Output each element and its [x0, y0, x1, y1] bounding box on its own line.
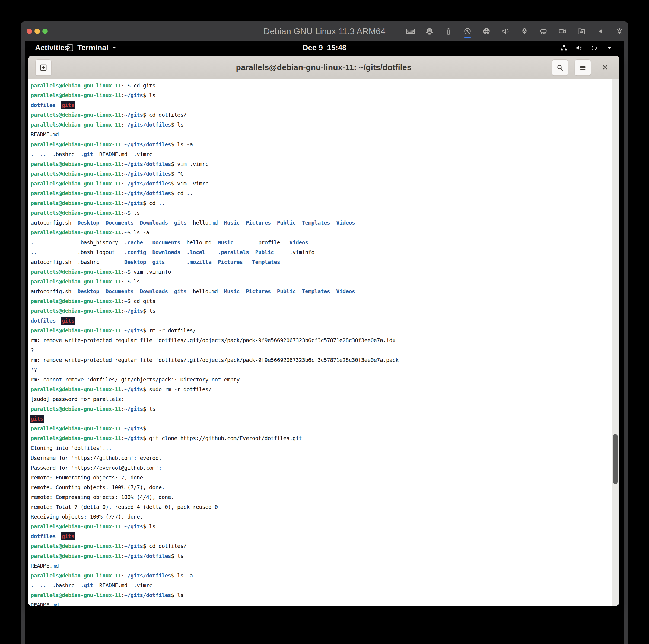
terminal-line: parallels@debian-gnu-linux-11:~$ ls	[31, 208, 610, 218]
keyboard-icon[interactable]	[406, 27, 415, 36]
terminal-line: . .bash_history .cache Documents hello.m…	[31, 238, 610, 247]
terminal-line: gits	[31, 414, 610, 424]
terminal-title: parallels@debian-gnu-linux-11: ~/gits/do…	[28, 56, 619, 79]
titlebar-status-icons	[406, 21, 624, 41]
terminal-line: dotfiles gits	[31, 316, 610, 326]
terminal-line: ?	[31, 345, 610, 355]
search-button[interactable]	[552, 59, 568, 76]
chevron-down-icon[interactable]	[605, 44, 613, 52]
terminal-line: README.md	[31, 600, 610, 606]
terminal-line: parallels@debian-gnu-linux-11:~$ vim .vi…	[31, 267, 610, 277]
play-icon[interactable]	[596, 27, 605, 36]
terminal-line: parallels@debian-gnu-linux-11:~/gits/dot…	[31, 159, 610, 169]
microphone-icon[interactable]	[520, 27, 529, 36]
terminal-line: parallels@debian-gnu-linux-11:~/gits$ gi…	[31, 433, 610, 443]
terminal-line: parallels@debian-gnu-linux-11:~/gits$	[31, 424, 610, 433]
terminal-line: Cloning into 'dotfiles'...	[31, 443, 610, 453]
terminal-line: [sudo] password for parallels:	[31, 394, 610, 404]
terminal-line: parallels@debian-gnu-linux-11:~/gits/dot…	[31, 571, 610, 580]
terminal-window: parallels@debian-gnu-linux-11: ~/gits/do…	[28, 56, 619, 606]
shared-folder-icon[interactable]	[577, 27, 586, 36]
terminal-line: parallels@debian-gnu-linux-11:~/gits$ rm…	[31, 326, 610, 335]
terminal-line: parallels@debian-gnu-linux-11:~/gits/dot…	[31, 120, 610, 129]
terminal-line: parallels@debian-gnu-linux-11:~/gits$ cd…	[31, 198, 610, 208]
terminal-line: Receiving objects: 100% (7/7), done.	[31, 512, 610, 522]
terminal-line: parallels@debian-gnu-linux-11:~/gits$ ls	[31, 404, 610, 414]
terminal-line: parallels@debian-gnu-linux-11:~/gits$ ls	[31, 522, 610, 531]
terminal-line: parallels@debian-gnu-linux-11:~/gits/dot…	[31, 590, 610, 600]
terminal-line: rm: cannot remove 'dotfiles/.git/objects…	[31, 375, 610, 385]
scrollbar-thumb[interactable]	[613, 434, 617, 484]
terminal-line: rm: remove write-protected regular file …	[31, 355, 610, 365]
terminal-line: parallels@debian-gnu-linux-11:~$ cd gits	[31, 296, 610, 306]
terminal-line: . .. .bashrc .git README.md .vimrc	[31, 149, 610, 159]
network-wired-icon[interactable]	[560, 44, 568, 52]
terminal-line: autoconfig.sh Desktop Documents Download…	[31, 218, 610, 228]
terminal-line: parallels@debian-gnu-linux-11:~/gits/dot…	[31, 139, 610, 149]
terminal-line: parallels@debian-gnu-linux-11:~$ ls -a	[31, 228, 610, 237]
terminal-line: parallels@debian-gnu-linux-11:~/gits$ cd…	[31, 541, 610, 551]
vm-screen: Activities Terminal Dec 9 15:48 parallel…	[25, 41, 624, 644]
terminal-line: remote: Enumerating objects: 7, done.	[31, 473, 610, 482]
terminal-line: parallels@debian-gnu-linux-11:~/gits$ su…	[31, 385, 610, 394]
terminal-line: parallels@debian-gnu-linux-11:~/gits/dot…	[31, 169, 610, 179]
network-globe-icon[interactable]	[482, 27, 491, 36]
usb-icon[interactable]	[444, 27, 453, 36]
clock[interactable]: Dec 9 15:48	[25, 41, 624, 54]
gear-icon[interactable]	[615, 27, 624, 36]
terminal-line: parallels@debian-gnu-linux-11:~/gits/dot…	[31, 179, 610, 189]
terminal-line: parallels@debian-gnu-linux-11:~/gits$ cd…	[31, 110, 610, 120]
camera-icon[interactable]	[558, 27, 567, 36]
scrollbar-track[interactable]	[612, 79, 619, 606]
terminal-line: remote: Compressing objects: 100% (4/4),…	[31, 492, 610, 502]
terminal-line: dotfiles gits	[31, 100, 610, 110]
terminal-line: remote: Total 7 (delta 0), reused 4 (del…	[31, 502, 610, 512]
gnome-top-bar: Activities Terminal Dec 9 15:48	[25, 41, 624, 54]
terminal-line: parallels@debian-gnu-linux-11:~$ cd gits	[31, 81, 610, 90]
terminal-line: parallels@debian-gnu-linux-11:~/gits/dot…	[31, 551, 610, 561]
terminal-line: rm: remove write-protected regular file …	[31, 335, 610, 345]
terminal-line: Password for 'https://everoot@github.com…	[31, 463, 610, 473]
power-icon[interactable]	[590, 44, 598, 52]
terminal-line: Username for 'https://github.com': evero…	[31, 453, 610, 463]
terminal-line: .. .bash_logout .config Downloads .local…	[31, 247, 610, 257]
terminal-line: autoconfig.sh Desktop Documents Download…	[31, 286, 610, 296]
close-terminal-button[interactable]	[598, 59, 612, 75]
terminal-lines: parallels@debian-gnu-linux-11:~$ cd gits…	[31, 81, 610, 606]
sound-icon[interactable]	[501, 27, 510, 36]
terminal-line: parallels@debian-gnu-linux-11:~/gits$ ls	[31, 90, 610, 100]
volume-icon[interactable]	[575, 44, 583, 52]
parallels-vm-window: Debian GNU Linux 11.3 ARM64 Activities T…	[20, 21, 629, 644]
terminal-line: parallels@debian-gnu-linux-11:~$ ls	[31, 277, 610, 286]
terminal-line: parallels@debian-gnu-linux-11:~/gits/dot…	[31, 189, 610, 198]
terminal-line: README.md	[31, 129, 610, 139]
disk-icon[interactable]	[539, 27, 548, 36]
terminal-body[interactable]: parallels@debian-gnu-linux-11:~$ cd gits…	[28, 79, 619, 606]
mouse-capture-icon[interactable]	[463, 27, 472, 36]
screenshot-page: Debian GNU Linux 11.3 ARM64 Activities T…	[0, 0, 649, 644]
gnome-status-icons	[560, 41, 613, 54]
terminal-line: dotfiles gits	[31, 531, 610, 541]
terminal-line: autoconfig.sh .bashrc Desktop gits .mozi…	[31, 257, 610, 267]
cpu-icon[interactable]	[425, 27, 434, 36]
menu-button[interactable]	[575, 59, 591, 76]
terminal-line: README.md	[31, 561, 610, 571]
terminal-line: parallels@debian-gnu-linux-11:~/gits$ ls	[31, 306, 610, 316]
mac-titlebar: Debian GNU Linux 11.3 ARM64	[20, 21, 629, 41]
terminal-line: . .. .bashrc .git README.md .vimrc	[31, 580, 610, 590]
terminal-headerbar: parallels@debian-gnu-linux-11: ~/gits/do…	[28, 56, 619, 79]
terminal-line: '?	[31, 365, 610, 375]
terminal-line: remote: Counting objects: 100% (7/7), do…	[31, 482, 610, 492]
